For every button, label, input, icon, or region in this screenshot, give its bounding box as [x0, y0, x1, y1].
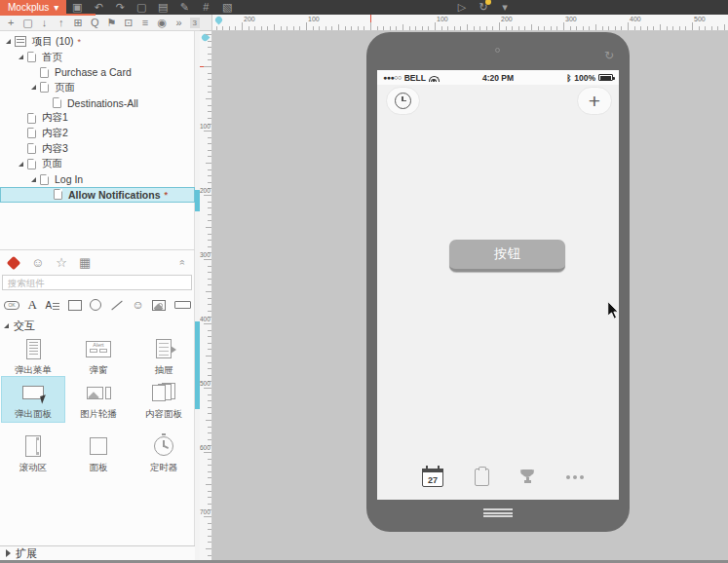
grid-icon[interactable]: #: [195, 0, 216, 15]
library-official-icon[interactable]: [7, 255, 20, 269]
tree-item-label: 内容2: [42, 127, 68, 140]
add-page-icon[interactable]: +: [3, 15, 19, 30]
sync-icon[interactable]: ↻: [473, 0, 494, 15]
mockplus-menu-button[interactable]: Mockplus ▾: [0, 0, 66, 15]
fill-icon[interactable]: ▧: [216, 0, 238, 15]
tree-item[interactable]: 项目 (10)*: [0, 34, 195, 50]
component-tile-popup-menu[interactable]: 弹出菜单: [2, 333, 64, 378]
redo-icon[interactable]: ↷: [109, 0, 131, 15]
group-icon[interactable]: ▢: [131, 0, 152, 15]
expand-triangle-icon[interactable]: [19, 162, 23, 167]
scrollbar-thumb[interactable]: [195, 321, 200, 409]
component-tile-scroll-area[interactable]: 滚动区: [2, 431, 64, 475]
more-chevrons-icon[interactable]: »: [171, 15, 186, 30]
tree-item[interactable]: 内容1: [0, 110, 195, 126]
flag-icon[interactable]: ⚑: [103, 15, 119, 30]
ruler-tick: [660, 24, 661, 30]
pages-count-badge[interactable]: 3: [190, 18, 201, 28]
tree-item[interactable]: 页面: [0, 80, 195, 95]
component-tile-label: 弹出面板: [15, 408, 52, 420]
circle-component-icon[interactable]: [90, 299, 101, 311]
format-brush-icon[interactable]: ✎: [173, 0, 195, 15]
mock-button[interactable]: 按钮: [449, 240, 565, 272]
component-tile-popup-panel[interactable]: 弹出面板: [2, 377, 64, 422]
more-tab-icon[interactable]: [566, 475, 584, 479]
ruler-tick: [208, 207, 211, 208]
ruler-tick: [208, 150, 211, 151]
library-icons-icon[interactable]: ☺: [31, 255, 44, 270]
rectangle-component-icon[interactable]: [68, 300, 82, 311]
section-extensions-header[interactable]: 扩展: [0, 545, 195, 561]
visibility-icon[interactable]: ◉: [154, 15, 170, 30]
ruler-tick: [370, 22, 371, 30]
duplicate-icon[interactable]: ⊡: [121, 15, 136, 30]
expand-triangle-icon[interactable]: [31, 85, 36, 90]
clock-button[interactable]: [386, 87, 420, 115]
tree-item-selected[interactable]: Allow Notifications*: [0, 187, 195, 203]
phone-screen[interactable]: ●●●○○ BELL 4:20 PM ᛒ 100% +: [377, 70, 619, 500]
design-canvas[interactable]: ↻ ●●●○○ BELL 4:20 PM ᛒ 100%: [212, 31, 728, 560]
component-tile-dialog[interactable]: Alert弹窗: [67, 333, 130, 378]
ruler-tick: [208, 240, 211, 241]
phone-mockup-frame[interactable]: ↻ ●●●○○ BELL 4:20 PM ᛒ 100%: [366, 32, 630, 532]
line-component-icon[interactable]: [111, 300, 122, 310]
expand-triangle-icon[interactable]: [6, 39, 11, 44]
image-component-icon[interactable]: [152, 300, 166, 311]
section-interaction-header[interactable]: 交互: [4, 319, 35, 333]
scrollbar-thumb[interactable]: [195, 190, 200, 211]
component-tile-carousel[interactable]: 图片轮播: [67, 377, 130, 422]
icon-component-icon[interactable]: ☺: [133, 298, 144, 312]
page-icon: [53, 97, 61, 108]
component-search-input[interactable]: [2, 275, 192, 290]
sidebar-scrollbar[interactable]: [195, 31, 200, 560]
left-sidebar: 项目 (10)*首页Purchase a Card页面Destinations-…: [0, 31, 195, 560]
tree-item[interactable]: Log In: [0, 171, 195, 187]
ruler-tick: [208, 536, 211, 537]
tree-item[interactable]: Destinations-All: [0, 95, 195, 111]
trophy-tab-icon[interactable]: [519, 469, 535, 485]
collapse-panel-icon[interactable]: »: [177, 260, 188, 266]
text-component-icon[interactable]: A: [28, 297, 37, 313]
tree-view-icon[interactable]: ⊞: [70, 15, 86, 30]
list-view-icon[interactable]: ≡: [137, 15, 153, 30]
move-up-icon[interactable]: ↑: [54, 15, 69, 30]
ruler-tick: [208, 427, 211, 428]
ruler-tick: [208, 246, 211, 247]
save-icon[interactable]: ▣: [66, 0, 88, 15]
paragraph-component-icon[interactable]: A: [46, 300, 60, 311]
ruler-pin-horizontal[interactable]: [214, 16, 224, 25]
rotate-device-icon[interactable]: ↻: [604, 49, 614, 62]
ruler-tick: [229, 26, 230, 30]
ruler-tick: [208, 529, 211, 530]
search-pages-icon[interactable]: Q: [87, 15, 102, 30]
ruler-tick: [216, 26, 217, 30]
component-tile-drawer[interactable]: 抽屉: [133, 333, 195, 378]
ruler-tick: [208, 407, 211, 408]
tree-item[interactable]: 内容2: [0, 126, 195, 141]
tree-item[interactable]: 内容3: [0, 141, 195, 157]
expand-triangle-icon[interactable]: [19, 55, 23, 59]
tree-item[interactable]: 首页: [0, 50, 195, 65]
tree-item[interactable]: Purchase a Card: [0, 64, 195, 80]
preview-icon[interactable]: ▷: [451, 0, 473, 15]
more-dropdown-icon[interactable]: ▾: [494, 0, 516, 15]
ungroup-icon[interactable]: ▤: [152, 0, 173, 15]
component-tile-content-panel[interactable]: 内容面板: [133, 377, 195, 422]
move-down-icon[interactable]: ↓: [36, 15, 52, 30]
component-tile-timer[interactable]: 定时器: [133, 431, 195, 475]
phone-camera-dot: [495, 48, 500, 53]
input-component-icon[interactable]: [174, 301, 191, 309]
library-my-components-icon[interactable]: ▦: [79, 255, 91, 270]
clipboard-tab-icon[interactable]: [475, 469, 489, 486]
library-favorites-icon[interactable]: ☆: [56, 255, 67, 270]
tree-item[interactable]: 页面: [0, 157, 195, 172]
component-tile-panel[interactable]: 面板: [67, 431, 130, 475]
calendar-tab-icon[interactable]: 27: [422, 469, 443, 487]
undo-icon[interactable]: ↶: [88, 0, 109, 15]
section-interaction-label: 交互: [14, 319, 35, 333]
button-component-icon[interactable]: OK: [4, 301, 19, 310]
add-button[interactable]: +: [577, 87, 612, 115]
add-folder-icon[interactable]: ▢: [19, 15, 35, 30]
expand-triangle-icon[interactable]: [31, 177, 36, 182]
ruler-tick: [351, 26, 352, 30]
